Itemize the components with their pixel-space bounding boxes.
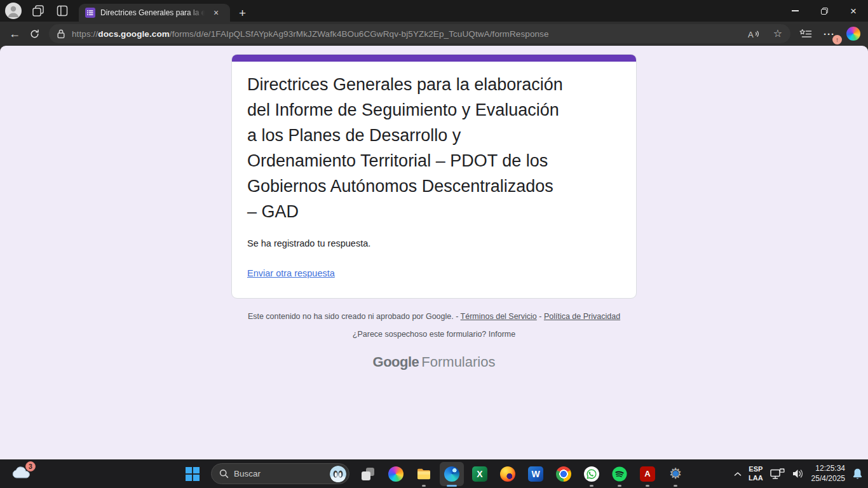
hidden-icons-button[interactable] bbox=[734, 471, 742, 477]
forms-wordmark: Formularios bbox=[421, 354, 495, 370]
lock-icon bbox=[57, 29, 65, 39]
date: 25/4/2025 bbox=[811, 474, 845, 484]
taskbar-chrome[interactable] bbox=[552, 462, 576, 486]
taskbar-excel[interactable]: X bbox=[468, 462, 492, 486]
time: 12:25:34 bbox=[811, 464, 845, 474]
speaker-icon bbox=[792, 468, 804, 479]
privacy-policy-link[interactable]: Política de Privacidad bbox=[544, 312, 620, 321]
separator: - bbox=[454, 312, 461, 321]
report-abuse-line: ¿Parece sospechoso este formulario? Info… bbox=[0, 330, 868, 339]
search-icon bbox=[219, 469, 229, 478]
form-title-line: Ordenamiento Territorial – PDOT de los bbox=[247, 148, 621, 173]
desktop-screen: Directrices Generales para la elab × + ×… bbox=[0, 0, 868, 488]
taskbar-acrobat[interactable]: A bbox=[635, 462, 660, 486]
back-button[interactable]: ← bbox=[9, 28, 20, 39]
profile-avatar[interactable] bbox=[5, 3, 22, 19]
settings-more-button[interactable]: ··· ↑ bbox=[821, 25, 837, 42]
report-question-text: ¿Parece sospechoso este formulario? bbox=[353, 330, 489, 339]
browser-tab[interactable]: Directrices Generales para la elab × bbox=[79, 4, 230, 22]
minimize-button[interactable] bbox=[780, 0, 810, 22]
person-icon bbox=[5, 3, 22, 19]
refresh-button[interactable] bbox=[29, 29, 40, 39]
task-view-icon bbox=[361, 467, 375, 481]
submit-another-response-link[interactable]: Enviar otra respuesta bbox=[247, 268, 335, 278]
running-indicator bbox=[590, 485, 593, 487]
form-accent-bar bbox=[232, 55, 636, 62]
form-title: Directrices Generales para la elaboració… bbox=[247, 72, 621, 224]
star-icon: ☆ bbox=[773, 29, 782, 39]
add-favorite-button[interactable]: ☆ bbox=[769, 25, 787, 42]
widgets-notification-badge: 3 bbox=[25, 461, 36, 471]
close-window-button[interactable]: × bbox=[839, 0, 868, 22]
volume-button[interactable] bbox=[792, 468, 804, 479]
close-icon: × bbox=[850, 6, 857, 17]
site-info-button[interactable] bbox=[57, 29, 65, 39]
active-indicator bbox=[447, 485, 457, 487]
task-view-button[interactable] bbox=[356, 462, 380, 486]
keyboard-layout: LAA bbox=[749, 474, 763, 483]
taskbar-firefox[interactable] bbox=[496, 462, 520, 486]
spotify-icon bbox=[612, 466, 627, 482]
browser-viewport: Directrices Generales para la elaboració… bbox=[0, 46, 868, 459]
search-highlight-image[interactable] bbox=[330, 466, 346, 482]
firefox-icon bbox=[500, 466, 515, 482]
language-indicator[interactable]: ESP LAA bbox=[749, 465, 763, 483]
search-box[interactable]: Buscar bbox=[211, 463, 349, 484]
edge-icon bbox=[444, 466, 459, 482]
address-bar[interactable]: https://docs.google.com/forms/d/e/1FAIpQ… bbox=[49, 24, 790, 43]
url-domain: docs.google.com bbox=[98, 29, 170, 39]
running-indicator bbox=[646, 485, 649, 487]
google-forms-logo: GoogleFormularios bbox=[0, 354, 868, 370]
start-button[interactable] bbox=[180, 462, 205, 486]
clock[interactable]: 12:25:34 25/4/2025 bbox=[811, 464, 845, 484]
tab-close-icon[interactable]: × bbox=[212, 8, 220, 17]
ethernet-network-icon bbox=[770, 468, 785, 480]
minimize-icon bbox=[792, 10, 799, 11]
workspaces-button[interactable] bbox=[31, 3, 46, 18]
form-title-line: Directrices Generales para la elaboració… bbox=[247, 72, 621, 97]
form-title-line: Gobiernos Autónomos Descentralizados bbox=[247, 173, 621, 199]
form-footer-disclaimer: Este contenido no ha sido creado ni apro… bbox=[0, 312, 868, 322]
taskbar-whatsapp[interactable] bbox=[580, 462, 604, 486]
settings-gear-icon: ⚙ bbox=[668, 466, 683, 482]
widgets-button[interactable]: 3 bbox=[6, 461, 36, 487]
taskbar-word[interactable]: W bbox=[524, 462, 548, 486]
running-indicator bbox=[674, 485, 677, 487]
copilot-icon[interactable] bbox=[846, 27, 860, 41]
read-aloud-button[interactable]: A bbox=[745, 25, 763, 42]
taskbar-copilot[interactable] bbox=[384, 462, 408, 486]
search-placeholder: Buscar bbox=[234, 469, 325, 478]
separator: - bbox=[537, 312, 544, 321]
chevron-up-icon bbox=[734, 471, 742, 477]
confirmation-message: Se ha registrado tu respuesta. bbox=[247, 238, 621, 248]
new-tab-button[interactable]: + bbox=[239, 7, 246, 19]
form-title-line: del Informe de Seguimiento y Evaluación bbox=[247, 97, 621, 123]
url-path: /forms/d/e/1FAIpQLSfAYpkAg93rMkJZWafk4BO… bbox=[170, 29, 549, 39]
tab-actions-button[interactable] bbox=[55, 3, 70, 18]
form-response-card: Directrices Generales para la elaboració… bbox=[231, 54, 637, 299]
running-indicator bbox=[618, 485, 621, 487]
disclaimer-text: Este contenido no ha sido creado ni apro… bbox=[248, 312, 454, 321]
taskbar-file-explorer[interactable] bbox=[412, 462, 436, 486]
update-available-badge: ↑ bbox=[832, 35, 842, 44]
google-forms-favicon bbox=[85, 8, 95, 18]
notifications-button[interactable] bbox=[852, 468, 863, 480]
running-indicator bbox=[422, 485, 426, 487]
tab-actions-icon bbox=[57, 5, 68, 17]
restore-icon bbox=[821, 8, 828, 15]
restore-button[interactable] bbox=[810, 0, 839, 22]
taskbar-spotify[interactable] bbox=[607, 462, 632, 486]
url-text[interactable]: https://docs.google.com/forms/d/e/1FAIpQ… bbox=[72, 29, 738, 39]
browser-toolbar: ← https://docs.google.com/forms/d/e/1FAI… bbox=[0, 22, 868, 46]
notification-bell-icon bbox=[852, 468, 863, 480]
form-title-line: – GAD bbox=[247, 199, 621, 224]
terms-of-service-link[interactable]: Términos del Servicio bbox=[461, 312, 537, 321]
chrome-icon bbox=[556, 466, 571, 482]
report-link[interactable]: Informe bbox=[489, 330, 515, 339]
favorites-button[interactable] bbox=[799, 29, 812, 39]
taskbar-edge-active[interactable] bbox=[440, 462, 464, 486]
excel-icon: X bbox=[472, 466, 487, 482]
taskbar-settings[interactable]: ⚙ bbox=[663, 462, 688, 486]
network-button[interactable] bbox=[770, 468, 785, 480]
favorites-list-icon bbox=[799, 29, 812, 39]
